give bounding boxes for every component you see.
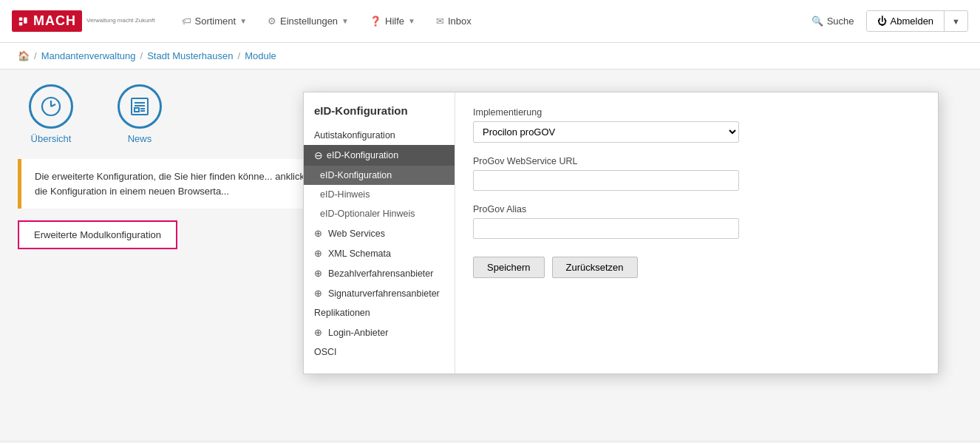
progov-alias-label: ProGov Alias [473, 204, 920, 214]
ubersicht-icon [29, 84, 73, 129]
nav-eid-optionaler-hinweis[interactable]: eID-Optionaler Hinweis [304, 204, 455, 223]
nav-eid-hinweis[interactable]: eID-Hinweis [304, 185, 455, 204]
erweiterte-modulkonfiguration-button[interactable]: Erweiterte Modulkonfiguration [18, 220, 177, 249]
implementierung-label: Implementierung [473, 107, 920, 118]
breadcrumb: 🏠 / Mandantenverwaltung / Stadt Musterha… [0, 43, 980, 70]
module-icon-news[interactable]: News [106, 84, 173, 144]
gear-icon: ⚙ [268, 16, 276, 27]
breadcrumb-home[interactable]: 🏠 [18, 50, 30, 61]
modal-nav: eID-Konfiguration Autistakonfiguration ⊖… [304, 92, 455, 373]
logo-area: MACH Verwaltung macht Zukunft [12, 10, 155, 32]
news-icon [118, 84, 162, 129]
nav-xml-schemata[interactable]: ⊕ XML Schemata [304, 243, 455, 263]
abmelden-main: ⏻ Abmelden [867, 11, 945, 31]
plus-icon-xml: ⊕ [314, 248, 322, 259]
progov-alias-input[interactable] [473, 218, 739, 239]
breadcrumb-stadt[interactable]: Stadt Musterhausen [147, 50, 233, 61]
svg-rect-0 [19, 17, 23, 21]
main-area: Übersicht News Die erweiterte Konfigurat… [0, 70, 980, 440]
chevron-down-icon: ▼ [239, 17, 247, 25]
save-button[interactable]: Speichern [473, 257, 545, 278]
modal-content: Implementierung Procilon proGOV ProGov W… [455, 92, 938, 373]
breadcrumb-sep: / [34, 50, 37, 61]
nav-hilfe[interactable]: ❓ Hilfe ▼ [361, 11, 424, 31]
mail-icon: ✉ [436, 16, 444, 27]
svg-rect-1 [19, 21, 23, 25]
breadcrumb-module: Module [245, 50, 276, 61]
nav-replikationen[interactable]: Replikationen [304, 303, 455, 322]
top-navigation: MACH Verwaltung macht Zukunft 🏷 Sortimen… [0, 0, 980, 43]
nav-sortiment[interactable]: 🏷 Sortiment ▼ [173, 11, 256, 31]
search-icon: 🔍 [811, 16, 823, 27]
nav-login-anbieter[interactable]: ⊕ Login-Anbieter [304, 322, 455, 342]
modal-nav-section: Autistakonfiguration ⊖ eID-Konfiguration… [304, 126, 455, 362]
abmelden-dropdown-arrow[interactable]: ▼ [945, 13, 967, 30]
chevron-down-icon: ▼ [408, 17, 415, 25]
info-box: Die erweiterte Konfiguration, die Sie hi… [18, 159, 336, 209]
implementierung-select[interactable]: Procilon proGOV [473, 121, 739, 143]
reset-button[interactable]: Zurücksetzen [552, 257, 638, 278]
nav-autistakonfiguration[interactable]: Autistakonfiguration [304, 126, 455, 145]
progov-url-field-group: ProGov WebService URL [473, 156, 920, 191]
progov-url-label: ProGov WebService URL [473, 156, 920, 166]
modal-title: eID-Konfiguration [304, 104, 455, 126]
svg-rect-2 [24, 17, 27, 23]
modal-panel: eID-Konfiguration Autistakonfiguration ⊖… [303, 92, 939, 374]
abmelden-button[interactable]: ⏻ Abmelden ▼ [866, 10, 968, 32]
implementierung-field-group: Implementierung Procilon proGOV [473, 107, 920, 143]
nav-eid-konfiguration-child[interactable]: eID-Konfiguration [304, 166, 455, 185]
plus-icon-login: ⊕ [314, 327, 322, 338]
question-icon: ❓ [370, 16, 381, 27]
power-icon: ⏻ [877, 16, 887, 27]
breadcrumb-mandantenverwaltung[interactable]: Mandantenverwaltung [41, 50, 136, 61]
nav-eid-konfiguration-parent[interactable]: ⊖ eID-Konfiguration [304, 145, 455, 166]
nav-inbox[interactable]: ✉ Inbox [427, 11, 480, 31]
tag-icon: 🏷 [182, 16, 191, 27]
nav-search[interactable]: 🔍 Suche [803, 11, 863, 31]
nav-bezahlverfahrensanbieter[interactable]: ⊕ Bezahlverfahrensanbieter [304, 263, 455, 283]
chevron-down-icon: ▼ [341, 17, 349, 25]
logo-subtitle: Verwaltung macht Zukunft [86, 17, 155, 24]
svg-rect-9 [135, 108, 139, 112]
breadcrumb-sep3: / [238, 50, 241, 61]
news-label: News [128, 133, 152, 144]
nav-osci[interactable]: OSCI [304, 342, 455, 362]
progov-url-input[interactable] [473, 170, 739, 191]
progov-alias-field-group: ProGov Alias [473, 204, 920, 239]
plus-icon-web-services: ⊕ [314, 228, 322, 239]
nav-einstellungen[interactable]: ⚙ Einstellungen ▼ [259, 11, 358, 31]
ubersicht-label: Übersicht [31, 133, 72, 144]
autistakonfiguration-label: Autistakonfiguration [314, 130, 395, 141]
plus-icon-bezahl: ⊕ [314, 268, 322, 279]
logo-text: MACH [33, 13, 76, 29]
nav-web-services[interactable]: ⊕ Web Services [304, 223, 455, 243]
nav-signaturverfahrensanbieter[interactable]: ⊕ Signaturverfahrensanbieter [304, 283, 455, 303]
modal-buttons: Speichern Zurücksetzen [473, 257, 920, 278]
module-icon-ubersicht[interactable]: Übersicht [18, 84, 84, 144]
plus-icon-signatur: ⊕ [314, 288, 322, 299]
minus-icon: ⊖ [314, 149, 323, 161]
logo: MACH [12, 10, 82, 32]
info-text: Die erweiterte Konfiguration, die Sie hi… [35, 171, 318, 197]
breadcrumb-sep2: / [140, 50, 143, 61]
